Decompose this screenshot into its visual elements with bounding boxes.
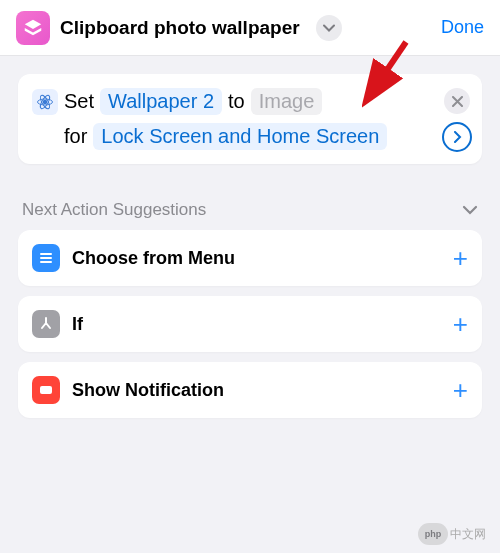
add-button[interactable]: + (453, 245, 468, 271)
for-label: for (64, 125, 87, 148)
gear-atom-icon (36, 93, 54, 111)
shortcut-title[interactable]: Clipboard photo wallpaper (60, 17, 300, 39)
watermark-logo: php (418, 523, 448, 545)
action-line-1: Set Wallpaper 2 to Image (32, 88, 468, 115)
editor-header: Clipboard photo wallpaper Done (0, 0, 500, 56)
svg-rect-4 (40, 253, 52, 255)
svg-rect-7 (40, 386, 52, 394)
shortcut-app-icon[interactable] (16, 11, 50, 45)
settings-app-icon (32, 89, 58, 115)
add-button[interactable]: + (453, 311, 468, 337)
svg-rect-5 (40, 257, 52, 259)
chevron-down-icon (462, 205, 478, 215)
suggestion-label: If (72, 314, 441, 335)
svg-rect-6 (40, 261, 52, 263)
image-param[interactable]: Image (251, 88, 323, 115)
suggestion-choose-from-menu[interactable]: Choose from Menu + (18, 230, 482, 286)
watermark: php 中文网 (418, 523, 486, 545)
wallpaper-param[interactable]: Wallpaper 2 (100, 88, 222, 115)
chevron-right-icon (451, 131, 463, 143)
menu-icon (32, 244, 60, 272)
suggestion-if[interactable]: If + (18, 296, 482, 352)
title-menu-button[interactable] (316, 15, 342, 41)
done-button[interactable]: Done (441, 17, 484, 38)
suggestion-label: Choose from Menu (72, 248, 441, 269)
delete-action-button[interactable] (444, 88, 470, 114)
set-label: Set (64, 90, 94, 113)
branch-icon (32, 310, 60, 338)
target-param[interactable]: Lock Screen and Home Screen (93, 123, 387, 150)
suggestions-title: Next Action Suggestions (22, 200, 206, 220)
watermark-text: 中文网 (450, 526, 486, 543)
chevron-down-icon (323, 24, 335, 32)
expand-action-button[interactable] (442, 122, 472, 152)
suggestions-list: Choose from Menu + If + Show Notificatio… (18, 230, 482, 418)
close-icon (452, 96, 463, 107)
suggestion-label: Show Notification (72, 380, 441, 401)
stack-icon (22, 17, 44, 39)
suggestion-show-notification[interactable]: Show Notification + (18, 362, 482, 418)
content-area: Set Wallpaper 2 to Image for Lock Screen… (0, 56, 500, 436)
notification-icon (32, 376, 60, 404)
add-button[interactable]: + (453, 377, 468, 403)
action-line-2: for Lock Screen and Home Screen (32, 123, 468, 150)
header-left: Clipboard photo wallpaper (16, 11, 427, 45)
set-wallpaper-action-card[interactable]: Set Wallpaper 2 to Image for Lock Screen… (18, 74, 482, 164)
svg-point-0 (43, 99, 48, 104)
suggestions-header[interactable]: Next Action Suggestions (18, 200, 482, 220)
to-label: to (228, 90, 245, 113)
